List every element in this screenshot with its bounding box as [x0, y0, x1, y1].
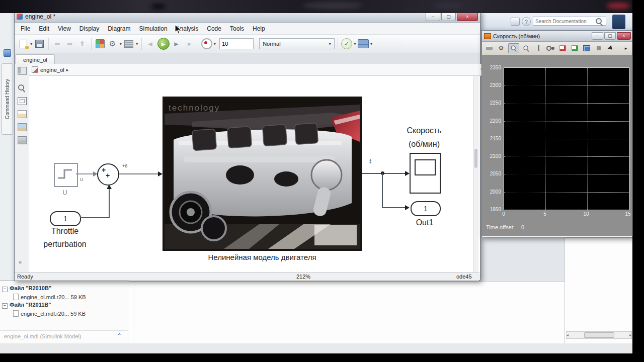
engine-image-block[interactable]: technology — [163, 97, 362, 251]
signal-wire[interactable] — [382, 207, 406, 208]
menu-help[interactable]: Help — [249, 25, 269, 33]
scope-block[interactable] — [410, 153, 441, 194]
annotation-image-icon[interactable] — [18, 123, 27, 131]
canvas-vscrollbar[interactable] — [473, 76, 478, 272]
autoscale-icon[interactable] — [545, 44, 555, 53]
step-block[interactable] — [54, 163, 78, 187]
maximize-button[interactable]: ▢ — [441, 13, 456, 21]
minimize-button[interactable]: – — [426, 13, 440, 21]
menu-display[interactable]: Display — [75, 25, 103, 33]
new-model-button[interactable] — [18, 38, 29, 50]
status-zoom: 212% — [296, 274, 310, 280]
command-window-area[interactable] — [129, 282, 565, 346]
community-icon[interactable] — [511, 18, 520, 26]
diagram-canvas[interactable]: U u + + +δ 1 Throttle perturbation — [29, 76, 480, 272]
scope-app-icon — [484, 33, 491, 39]
parameters-gear-icon[interactable]: ⚙ — [496, 44, 506, 53]
zoom-icon[interactable] — [508, 43, 519, 53]
run-button[interactable]: ▶ — [157, 38, 170, 50]
restore-axes-icon[interactable] — [570, 44, 580, 53]
fit-view-icon[interactable] — [18, 97, 27, 105]
hide-browser-icon[interactable] — [18, 67, 27, 75]
file-row[interactable]: engine_cl.mdl.r20... 59 KB — [13, 310, 86, 317]
signal-wire[interactable] — [119, 173, 158, 174]
build-icon[interactable] — [358, 38, 369, 50]
signal-selector-icon[interactable] — [606, 44, 616, 53]
signal-wire[interactable] — [362, 173, 407, 174]
scroll-left-icon[interactable]: ◂ — [567, 333, 569, 337]
file-group-row[interactable]: −Файл "R2010B" — [2, 285, 51, 292]
up-icon[interactable]: ⬆ — [77, 38, 88, 50]
sum-block[interactable]: + + — [97, 163, 119, 186]
command-history-tab[interactable]: Command History — [2, 63, 13, 135]
sim-stop-time-field[interactable] — [219, 38, 254, 49]
lock-axes-icon[interactable] — [594, 44, 604, 53]
settings-caret-icon[interactable]: ▾ — [136, 42, 138, 46]
collapse-panel-icon[interactable]: ⌃ — [117, 332, 122, 339]
sim-mode-dropdown[interactable]: Normal ▾ — [259, 38, 335, 49]
scroll-right-icon[interactable]: ▸ — [629, 333, 631, 337]
record-caret-icon[interactable]: ▾ — [214, 42, 216, 46]
menu-view[interactable]: View — [54, 25, 75, 33]
menu-simulation[interactable]: Simulation — [135, 25, 172, 33]
signal-wire[interactable] — [109, 189, 110, 218]
scrollbar-thumb[interactable] — [474, 149, 477, 168]
signal-wire[interactable] — [382, 173, 383, 208]
simulink-window: engine_ol * – ▢ × File Edit View Display… — [14, 10, 480, 281]
menu-file[interactable]: File — [17, 25, 34, 33]
help-icon[interactable]: ? — [522, 17, 531, 26]
scope-titlebar[interactable]: Скорость (об/мин) – ▢ × — [482, 31, 633, 42]
model-config-gear-icon[interactable]: ⚙ — [107, 38, 118, 50]
tab-engine-ol[interactable]: engine_ol — [16, 54, 55, 64]
menu-tools[interactable]: Tools — [226, 25, 248, 33]
step-block-label: U — [54, 189, 76, 196]
scope-axes[interactable] — [504, 67, 629, 210]
scrollbar-thumb[interactable] — [584, 332, 614, 338]
menu-code[interactable]: Code — [203, 25, 225, 33]
stamp-tool-icon[interactable] — [18, 136, 27, 144]
palette-overflow-icon[interactable]: » — [19, 259, 22, 265]
library-browser-icon[interactable] — [95, 38, 106, 50]
menu-diagram[interactable]: Diagram — [104, 25, 134, 33]
save-axes-icon[interactable] — [557, 44, 568, 53]
outport-block[interactable]: 1 — [411, 201, 441, 216]
new-model-caret-icon[interactable]: ▾ — [30, 42, 33, 46]
zoom-x-icon[interactable] — [521, 44, 531, 53]
close-button[interactable]: × — [457, 13, 478, 21]
print-icon[interactable] — [484, 44, 494, 53]
config-caret-icon[interactable]: ▾ — [120, 42, 122, 46]
record-icon[interactable] — [201, 38, 212, 49]
stop-icon[interactable]: ■ — [184, 38, 195, 50]
status-solver[interactable]: ode45 — [456, 274, 472, 280]
update-diagram-icon[interactable]: ✓ — [341, 38, 352, 49]
file-row[interactable]: engine_ol.mdl.r20... 59 KB — [13, 294, 86, 300]
maximize-button[interactable]: ▢ — [604, 32, 616, 40]
minimize-button[interactable]: – — [592, 32, 603, 40]
right-lower-panel[interactable]: ◂ ▸ — [565, 237, 633, 344]
profile-chip[interactable] — [612, 15, 625, 29]
back-icon[interactable]: ⬅ — [52, 38, 63, 50]
file-group-row[interactable]: −Файл "R2011B" — [2, 302, 51, 309]
update-caret-icon[interactable]: ▾ — [354, 42, 356, 46]
step-back-icon[interactable]: ◀ — [145, 38, 156, 50]
forward-icon[interactable]: ➡ — [64, 38, 75, 50]
throttle-inport-block[interactable]: 1 — [50, 211, 81, 226]
signal-wire[interactable] — [80, 217, 109, 218]
close-button[interactable]: × — [617, 32, 631, 40]
floating-scope-icon[interactable] — [582, 44, 592, 53]
menu-edit[interactable]: Edit — [35, 25, 53, 33]
horizontal-scrollbar[interactable]: ◂ ▸ — [566, 331, 632, 339]
toolbar-overflow-icon[interactable]: ▸ — [621, 44, 631, 53]
dock-icon[interactable] — [4, 49, 11, 57]
model-settings-icon[interactable] — [123, 38, 134, 50]
signal-wire[interactable] — [76, 173, 94, 174]
build-caret-icon[interactable]: ▾ — [370, 42, 373, 46]
step-forward-icon[interactable]: ▶ — [171, 38, 182, 50]
table-tool-icon[interactable] — [18, 110, 27, 118]
collapse-expander-icon[interactable]: − — [2, 287, 8, 292]
save-button[interactable] — [34, 38, 45, 50]
zoom-y-icon[interactable] — [533, 44, 543, 53]
breadcrumb-model[interactable]: engine_ol — [40, 67, 64, 73]
collapse-expander-icon[interactable]: − — [2, 303, 8, 309]
sum-out-badge: +δ — [122, 163, 127, 168]
